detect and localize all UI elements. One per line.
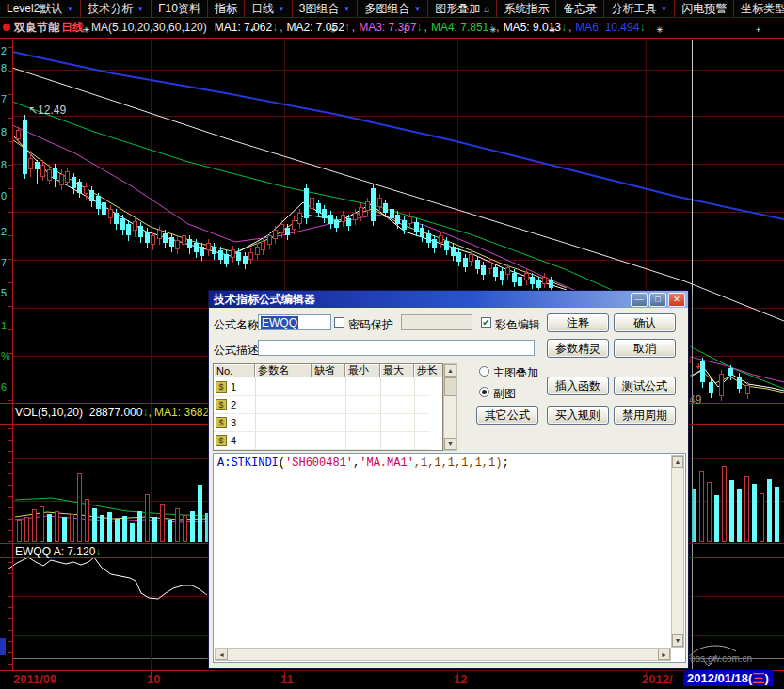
formula-code-editor[interactable]: A:STKINDI('SH600481','MA.MA1',1,1,1,1,1,… <box>213 453 686 663</box>
axis-date-label: 11 <box>280 672 294 686</box>
axis-tick <box>8 400 12 401</box>
table-scrollbar[interactable]: ▲ ▼ <box>443 363 457 451</box>
ma-readout: MA3: 7.367↓ <box>359 21 422 34</box>
period-label[interactable]: 日线 <box>61 20 84 36</box>
axis-price-digit: % <box>1 350 10 361</box>
pane-separator <box>0 38 784 39</box>
test-formula-button[interactable]: 测试公式 <box>614 377 676 395</box>
candle-body <box>481 265 486 275</box>
candle-body <box>390 209 394 218</box>
price-axis-line <box>12 40 13 670</box>
sub-chart-label[interactable]: 副图 <box>493 386 516 402</box>
scroll-up-button[interactable]: ▲ <box>672 456 683 468</box>
row-number: 1 <box>231 381 236 393</box>
axis-price-digit: 7 <box>1 257 7 268</box>
menu-item[interactable]: 坐标类型▼ <box>734 0 784 17</box>
menu-item[interactable]: 多图组合▼ <box>358 0 428 17</box>
menu-item-label: 指标 <box>215 1 237 17</box>
menu-item-label: 多图组合 <box>364 1 409 17</box>
password-checkbox[interactable] <box>334 317 344 328</box>
table-header-cell[interactable]: 步长 <box>414 364 443 377</box>
menu-item-label: 系统指示 <box>504 1 549 17</box>
disable-period-button[interactable]: 禁用周期 <box>614 406 676 425</box>
password-label[interactable]: 密码保护 <box>348 317 393 333</box>
editor-vscrollbar[interactable]: ▲ ▼ <box>671 455 684 648</box>
menu-item[interactable]: 分析工具▼ <box>604 0 675 17</box>
other-formula-button[interactable]: 其它公式 <box>476 406 538 425</box>
volume-bar <box>92 508 97 542</box>
watermark-text: bbs.gw.com.cn <box>690 653 752 664</box>
menu-item[interactable]: 系统指示 <box>497 0 556 17</box>
table-row[interactable]: $2 <box>214 395 429 414</box>
cancel-button[interactable]: 取消 <box>614 339 676 358</box>
down-arrow-icon: ↓ <box>95 545 101 558</box>
table-row[interactable]: $4 <box>214 431 429 450</box>
table-header-cell[interactable]: 参数名 <box>255 364 312 377</box>
menu-item-label: 分析工具 <box>611 1 656 17</box>
menu-item[interactable]: 图形叠加⌂ <box>428 0 497 17</box>
menu-item[interactable]: Level2默认▼ <box>0 0 81 17</box>
ma-readout: MA6: 10.494↓ <box>575 21 645 34</box>
menu-item[interactable]: F10资料 <box>152 0 208 17</box>
axis-tick <box>8 212 12 213</box>
menu-item[interactable]: 技术分析▼ <box>81 0 152 17</box>
candle-body <box>444 241 449 250</box>
formula-desc-input[interactable] <box>258 340 535 356</box>
scroll-right-button[interactable]: ► <box>658 649 670 660</box>
color-edit-checkbox[interactable]: ✔ <box>481 317 491 328</box>
axis-tick <box>8 94 12 95</box>
minimize-button[interactable]: — <box>631 293 648 307</box>
axis-price-digit: 6 <box>1 381 7 393</box>
axis-tick <box>8 188 12 189</box>
comment-button[interactable]: 注释 <box>547 313 609 332</box>
candle-body <box>65 171 70 183</box>
ewqq-pane-label: EWQQ A: 7.120↓ <box>15 545 101 558</box>
scroll-up-button[interactable]: ▲ <box>444 364 456 377</box>
axis-tick <box>8 530 12 531</box>
candle-body <box>248 252 253 260</box>
table-header-cell[interactable]: 最小 <box>345 364 380 377</box>
table-header-cell[interactable]: No. <box>214 364 255 377</box>
menu-item[interactable]: 闪电预警 <box>675 0 734 17</box>
main-overlay-label[interactable]: 主图叠加 <box>493 365 538 381</box>
insert-function-button[interactable]: 插入函数 <box>547 377 609 395</box>
separator: , <box>496 21 499 34</box>
volume-bar <box>767 479 772 542</box>
dialog-title-bar[interactable]: 技术指标公式编辑器 <box>209 291 688 308</box>
table-row[interactable]: $1 <box>214 377 429 396</box>
axis-tick <box>8 562 12 563</box>
stock-name[interactable]: 双良节能 <box>14 20 59 36</box>
scroll-left-button[interactable]: ◄ <box>216 649 228 660</box>
row-number: 4 <box>231 435 236 446</box>
axis-tick <box>8 630 12 631</box>
table-row[interactable]: $3 <box>214 413 429 432</box>
candle-body <box>728 368 733 376</box>
close-button[interactable]: ✕ <box>668 293 685 307</box>
buy-rule-button[interactable]: 买入规则 <box>547 406 609 425</box>
ma-values: MA1: 7.062↓, MA2: 7.052↑, MA3: 7.367↓, M… <box>215 21 648 34</box>
confirm-button[interactable]: 确认 <box>614 313 676 332</box>
table-header-cell[interactable]: 最大 <box>380 364 414 377</box>
menu-item[interactable]: 日线▼ <box>245 0 293 17</box>
candle-body <box>328 215 333 224</box>
scroll-thumb[interactable] <box>444 377 456 396</box>
menu-item-label: 备忘录 <box>563 1 597 17</box>
formula-name-input[interactable]: EWQQ <box>258 314 331 330</box>
main-overlay-radio[interactable] <box>479 366 489 377</box>
color-edit-label[interactable]: 彩色编辑 <box>495 317 540 333</box>
axis-tick <box>8 607 12 608</box>
editor-hscrollbar[interactable]: ◄ ► <box>215 648 671 661</box>
table-header-cell[interactable]: 缺省 <box>312 364 345 377</box>
parameter-table[interactable]: No.参数名缺省最小最大步长 $1$2$3$4 <box>213 363 443 451</box>
maximize-button[interactable]: □ <box>649 293 666 307</box>
down-arrow-icon: ↓ <box>488 21 494 34</box>
menu-item[interactable]: 指标 <box>208 0 245 17</box>
sub-chart-radio[interactable] <box>479 387 489 397</box>
axis-price-digit: 1 <box>1 320 7 331</box>
menu-item[interactable]: 3图组合▼ <box>293 0 359 17</box>
scroll-down-button[interactable]: ▼ <box>444 438 456 450</box>
price-peak-annotation: ↖12.49 <box>28 104 66 117</box>
scroll-down-button[interactable]: ▼ <box>672 634 683 647</box>
param-wizard-button[interactable]: 参数精灵 <box>547 339 609 358</box>
menu-item[interactable]: 备忘录 <box>556 0 604 17</box>
